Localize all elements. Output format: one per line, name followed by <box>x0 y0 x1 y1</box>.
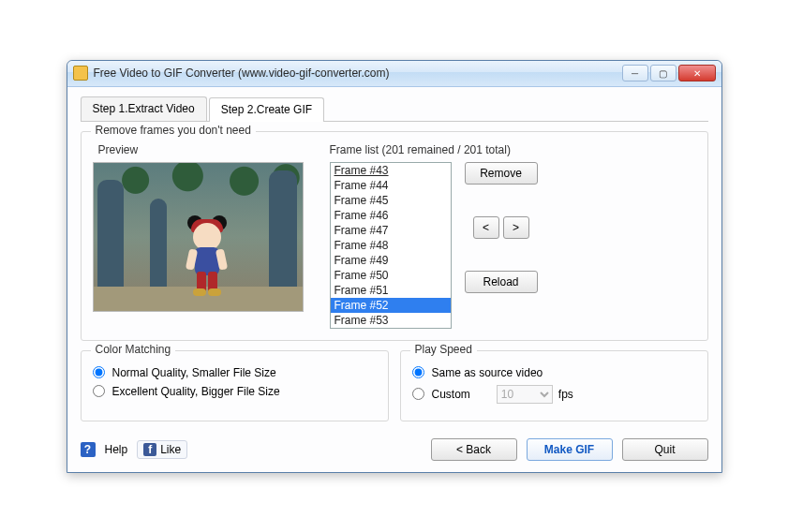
quit-button[interactable]: Quit <box>622 438 708 461</box>
like-label: Like <box>160 443 181 456</box>
color-excellent-radio-input[interactable] <box>93 385 105 397</box>
frame-list-item[interactable]: Frame #50 <box>331 268 451 283</box>
preview-column: Preview <box>93 141 313 329</box>
frame-list-item[interactable]: Frame #48 <box>331 238 451 253</box>
remove-frames-group: Remove frames you don't need Preview Fra… <box>81 131 708 341</box>
color-normal-label: Normal Quality, Smaller File Size <box>112 366 276 379</box>
frame-listbox[interactable]: Frame #43Frame #44Frame #45Frame #46Fram… <box>330 162 452 329</box>
back-button[interactable]: < Back <box>431 438 517 461</box>
speed-custom-radio[interactable]: Custom <box>412 388 470 401</box>
make-gif-button[interactable]: Make GIF <box>527 438 613 461</box>
frame-list-item[interactable]: Frame #49 <box>331 253 451 268</box>
close-button[interactable]: ✕ <box>678 65 716 81</box>
play-speed-legend: Play Speed <box>410 343 477 356</box>
frame-list-item[interactable]: Frame #47 <box>331 223 451 238</box>
frame-list-column: Frame list (201 remained / 201 total) Fr… <box>330 141 696 329</box>
facebook-icon: f <box>143 443 156 456</box>
frame-list-buttons: Remove < > Reload <box>465 162 538 329</box>
titlebar[interactable]: Free Video to GIF Converter (www.video-g… <box>67 61 721 87</box>
next-frame-button[interactable]: > <box>503 216 529 239</box>
color-normal-radio-input[interactable] <box>93 366 105 378</box>
speed-custom-radio-input[interactable] <box>412 388 424 400</box>
window-controls: ─ ▢ ✕ <box>622 65 716 81</box>
speed-custom-label: Custom <box>432 388 470 401</box>
frame-list-item[interactable]: Frame #43 <box>331 163 451 178</box>
remove-button[interactable]: Remove <box>465 162 538 185</box>
frame-list-item[interactable]: Frame #53 <box>331 313 451 328</box>
frame-list-label: Frame list (201 remained / 201 total) <box>330 143 696 156</box>
preview-image <box>93 162 304 312</box>
tab-step1[interactable]: Step 1.Extract Video <box>81 96 207 121</box>
frame-list-item[interactable]: Frame #54 <box>331 328 451 329</box>
app-icon <box>73 66 88 81</box>
remove-frames-legend: Remove frames you don't need <box>91 124 256 137</box>
frame-list-item[interactable]: Frame #51 <box>331 283 451 298</box>
color-normal-radio[interactable]: Normal Quality, Smaller File Size <box>93 366 377 379</box>
frame-list-item[interactable]: Frame #52 <box>331 298 451 313</box>
like-button[interactable]: f Like <box>137 440 187 459</box>
reload-button[interactable]: Reload <box>465 271 538 293</box>
speed-source-label: Same as source video <box>432 366 543 379</box>
color-matching-group: Color Matching Normal Quality, Smaller F… <box>81 350 389 421</box>
preview-label: Preview <box>98 143 313 156</box>
frame-list-item[interactable]: Frame #46 <box>331 208 451 223</box>
maximize-button[interactable]: ▢ <box>650 65 676 81</box>
prev-frame-button[interactable]: < <box>473 216 499 239</box>
color-excellent-radio[interactable]: Excellent Quality, Bigger File Size <box>93 385 377 398</box>
help-label[interactable]: Help <box>105 443 128 456</box>
tab-step2[interactable]: Step 2.Create GIF <box>209 97 324 122</box>
color-excellent-label: Excellent Quality, Bigger File Size <box>112 385 280 398</box>
help-icon[interactable]: ? <box>81 442 96 457</box>
speed-source-radio[interactable]: Same as source video <box>412 366 696 379</box>
fps-select[interactable]: 10 <box>497 385 553 404</box>
minimize-button[interactable]: ─ <box>622 65 648 81</box>
frame-list-item[interactable]: Frame #45 <box>331 193 451 208</box>
play-speed-group: Play Speed Same as source video Custom 1… <box>400 350 708 421</box>
client-area: Step 1.Extract Video Step 2.Create GIF R… <box>67 87 721 472</box>
app-window: Free Video to GIF Converter (www.video-g… <box>67 60 722 473</box>
speed-source-radio-input[interactable] <box>412 366 424 378</box>
window-title: Free Video to GIF Converter (www.video-g… <box>94 66 622 80</box>
color-matching-legend: Color Matching <box>91 343 176 356</box>
fps-unit-label: fps <box>558 388 573 401</box>
frame-list-item[interactable]: Frame #44 <box>331 178 451 193</box>
tab-strip: Step 1.Extract Video Step 2.Create GIF <box>81 96 708 122</box>
footer-bar: ? Help f Like < Back Make GIF Quit <box>81 438 708 461</box>
